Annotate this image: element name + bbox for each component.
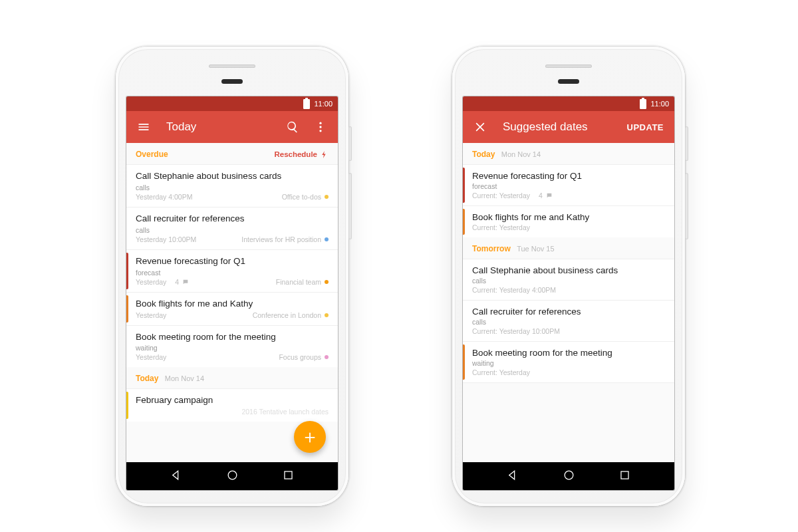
battery-icon — [640, 99, 646, 109]
app-bar: Today — [126, 111, 338, 143]
svg-point-5 — [565, 471, 573, 479]
android-nav-bar — [126, 462, 338, 490]
fab-add-task[interactable]: ＋ — [294, 421, 326, 453]
priority-bar — [463, 168, 465, 203]
task-current: Current: Yesterday — [472, 368, 665, 376]
task-time: Yesterday 4 — [136, 278, 189, 286]
task-project: Conference in London — [253, 311, 329, 319]
reschedule-button[interactable]: Reschedule — [274, 150, 329, 159]
svg-point-3 — [228, 471, 237, 479]
svg-point-2 — [319, 130, 321, 132]
task-title: Book meeting room for the meeting — [136, 332, 329, 343]
update-button[interactable]: UPDATE — [622, 122, 669, 132]
task-row[interactable]: Call recruiter for references calls Yest… — [126, 207, 338, 249]
reschedule-icon — [320, 150, 329, 159]
suggested-task-row[interactable]: Call recruiter for references calls Curr… — [463, 300, 674, 341]
status-bar: 11:00 — [463, 96, 674, 111]
nav-home-icon[interactable] — [563, 469, 575, 484]
task-title: Call recruiter for references — [472, 307, 665, 317]
power-button — [685, 126, 688, 161]
svg-rect-4 — [285, 471, 292, 478]
suggested-task-row[interactable]: Book meeting room for the meeting waitin… — [463, 341, 674, 383]
volume-rocker — [348, 173, 352, 239]
content-list[interactable]: Overdue Reschedule Call Stephanie about … — [126, 143, 338, 462]
nav-recent-icon[interactable] — [282, 469, 295, 484]
task-time: Yesterday — [136, 311, 166, 319]
svg-point-1 — [319, 126, 321, 128]
nav-back-icon[interactable] — [506, 469, 519, 484]
task-project: Financial team — [276, 278, 329, 286]
task-title: Revenue forecasting for Q1 — [136, 256, 329, 267]
volume-rocker — [685, 173, 688, 239]
priority-bar — [126, 392, 128, 419]
task-sub: calls — [472, 318, 665, 326]
screen-right: 11:00 Suggested dates UPDATE Today Mon N… — [463, 96, 674, 490]
clock: 11:00 — [650, 100, 669, 108]
phone-frame-right: 11:00 Suggested dates UPDATE Today Mon N… — [452, 47, 685, 506]
task-sub: forecast — [472, 182, 665, 190]
svg-rect-6 — [621, 471, 628, 478]
svg-point-0 — [319, 122, 321, 124]
suggested-task-row[interactable]: Call Stephanie about business cards call… — [463, 259, 674, 300]
power-button — [348, 126, 352, 161]
earpiece — [545, 65, 592, 68]
appbar-title: Today — [160, 120, 277, 134]
task-row[interactable]: Revenue forecasting for Q1 forecast Yest… — [126, 249, 338, 292]
search-icon[interactable] — [281, 115, 305, 139]
task-title: February campaign — [136, 395, 329, 406]
priority-bar — [463, 344, 465, 380]
status-bar: 11:00 — [126, 96, 338, 111]
reschedule-label: Reschedule — [274, 150, 317, 158]
task-current: Current: Yesterday 10:00PM — [472, 327, 665, 335]
appbar-title: Suggested dates — [496, 120, 618, 134]
android-nav-bar — [463, 462, 674, 490]
app-bar: Suggested dates UPDATE — [463, 111, 674, 143]
priority-bar — [463, 209, 465, 235]
task-time: Yesterday 4:00PM — [136, 193, 192, 201]
task-project: Focus groups — [279, 353, 329, 361]
nav-home-icon[interactable] — [226, 469, 239, 484]
section-header-today: Today Mon Nov 14 — [126, 367, 338, 388]
task-time: Yesterday 10:00PM — [136, 235, 196, 243]
task-row[interactable]: Book meeting room for the meeting waitin… — [126, 325, 338, 368]
task-row[interactable]: Call Stephanie about business cards call… — [126, 164, 338, 207]
task-meta: 2016 Tentative launch dates — [241, 408, 329, 416]
battery-icon — [303, 99, 310, 109]
suggested-task-row[interactable]: Revenue forecasting for Q1 forecast Curr… — [463, 164, 674, 205]
task-project: Interviews for HR position — [241, 235, 329, 243]
phone-frame-left: 11:00 Today Overdue Reschedule — [116, 47, 348, 506]
nav-recent-icon[interactable] — [618, 469, 631, 484]
clock: 11:00 — [314, 100, 332, 108]
content-list[interactable]: Today Mon Nov 14 Revenue forecasting for… — [463, 143, 674, 462]
task-time: Yesterday — [136, 353, 166, 361]
task-sub: calls — [136, 226, 329, 234]
task-title: Book flights for me and Kathy — [472, 212, 665, 222]
task-current: Current: Yesterday — [472, 223, 665, 231]
section-header-overdue: Overdue Reschedule — [126, 143, 338, 164]
task-sub: waiting — [136, 344, 329, 352]
task-title: Call Stephanie about business cards — [136, 171, 329, 182]
plus-icon: ＋ — [301, 424, 319, 450]
task-title: Call recruiter for references — [136, 213, 329, 225]
priority-bar — [126, 295, 128, 323]
comment-icon — [546, 192, 553, 199]
screen-left: 11:00 Today Overdue Reschedule — [126, 96, 338, 490]
task-row[interactable]: February campaign 2016 Tentative launch … — [126, 388, 338, 422]
close-icon[interactable] — [468, 115, 492, 139]
suggested-task-row[interactable]: Book flights for me and Kathy Current: Y… — [463, 205, 674, 237]
section-header-date: Tomorrow Tue Nov 15 — [463, 237, 674, 259]
section-header-date: Today Mon Nov 14 — [463, 143, 674, 164]
task-sub: waiting — [472, 359, 665, 367]
more-icon[interactable] — [309, 115, 332, 139]
nav-back-icon[interactable] — [170, 469, 182, 484]
task-title: Book meeting room for the meeting — [472, 348, 665, 358]
task-current: Current: Yesterday 4 — [472, 192, 665, 200]
task-row[interactable]: Book flights for me and Kathy Yesterday … — [126, 292, 338, 325]
task-sub: calls — [136, 184, 329, 192]
task-sub: forecast — [136, 269, 329, 277]
task-project: Office to-dos — [282, 193, 329, 201]
overdue-label: Overdue — [136, 150, 168, 159]
earpiece — [209, 65, 255, 68]
comment-icon — [182, 279, 189, 285]
menu-icon[interactable] — [132, 115, 156, 139]
